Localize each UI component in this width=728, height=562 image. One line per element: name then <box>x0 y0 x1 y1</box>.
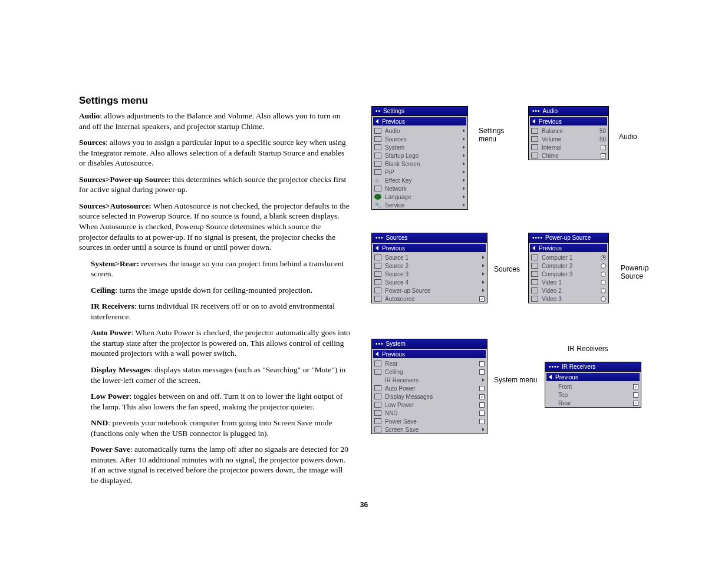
checkbox[interactable] <box>479 369 485 375</box>
menu-item[interactable]: Audio <box>372 127 467 135</box>
menu-item[interactable]: Power-up Source <box>372 286 487 295</box>
menu-item[interactable]: Balance50 <box>529 127 608 135</box>
menu-item[interactable]: Blank Screen <box>372 160 467 168</box>
previous-item[interactable]: Previous <box>373 117 466 125</box>
arrow-icon <box>463 203 465 207</box>
page-title: Settings menu <box>79 94 350 107</box>
system-menu-panel: •••System Previous Rear Ceiling IR Recei… <box>371 339 487 434</box>
top-icon <box>548 392 555 398</box>
video-icon <box>531 279 538 285</box>
menu-item[interactable]: 🔧Service <box>372 201 467 209</box>
menu-item[interactable]: Chime✓ <box>529 151 608 160</box>
menu-item[interactable]: Internal✓ <box>529 143 608 151</box>
radio[interactable] <box>601 272 606 277</box>
previous-item[interactable]: Previous <box>373 244 486 252</box>
menu-item[interactable]: ☆Effect Key <box>372 176 467 184</box>
arrow-icon <box>463 146 465 149</box>
checkbox[interactable]: ✓ <box>601 145 606 150</box>
checkbox[interactable]: ✓ <box>633 384 638 389</box>
video-icon <box>531 296 538 302</box>
arrow-icon <box>482 256 485 259</box>
menu-item[interactable]: Source 2 <box>372 262 487 270</box>
menu-item[interactable]: Source 4 <box>372 278 487 286</box>
menu-item[interactable]: NND <box>372 409 487 417</box>
radio[interactable] <box>601 288 606 293</box>
menu-title: •••Audio <box>529 107 608 116</box>
checkbox[interactable]: ✓ <box>479 394 485 399</box>
checkbox[interactable] <box>633 392 638 398</box>
menu-item[interactable]: Computer 2 <box>529 262 608 270</box>
arrow-icon <box>482 378 485 382</box>
left-arrow-icon <box>532 119 535 124</box>
previous-item[interactable]: Previous <box>530 117 607 125</box>
menu-item[interactable]: Computer 3 <box>529 270 608 278</box>
caption-sources: Sources <box>494 265 520 273</box>
menu-item[interactable]: Source 1 <box>372 253 487 262</box>
sources-menu-panel: •••Sources Previous Source 1 Source 2 So… <box>371 233 487 303</box>
menu-item[interactable]: Language <box>372 193 467 201</box>
menu-item[interactable]: Ceiling <box>372 368 487 376</box>
caption-ir: IR Receivers <box>568 345 608 353</box>
messages-icon <box>374 394 381 399</box>
menu-item[interactable]: Volume50 <box>529 135 608 143</box>
menu-item[interactable]: Video 1 <box>529 278 608 286</box>
menu-item[interactable]: Low Power <box>372 401 487 409</box>
arrow-icon <box>482 272 485 276</box>
menu-item[interactable]: Display Messages✓ <box>372 392 487 401</box>
arrow-icon <box>482 280 485 284</box>
nnd-icon <box>374 410 381 416</box>
menu-item[interactable]: Sources <box>372 135 467 143</box>
caption-audio: Audio <box>619 133 637 141</box>
menu-item[interactable]: Rear✓ <box>545 399 641 407</box>
menu-item[interactable]: Video 3 <box>529 295 608 303</box>
menu-item[interactable]: PiP <box>372 168 467 176</box>
previous-item[interactable]: Previous <box>373 350 486 358</box>
checkbox[interactable] <box>479 386 485 391</box>
menu-item[interactable]: Source 3 <box>372 270 487 278</box>
checkbox[interactable]: ✓ <box>479 296 485 302</box>
chime-icon <box>531 153 538 158</box>
pip-icon <box>374 169 381 175</box>
caption-system: System menu <box>494 376 537 384</box>
lowpower-icon <box>374 402 381 408</box>
menu-item[interactable]: Network <box>372 184 467 193</box>
powersave-icon <box>374 418 381 424</box>
checkbox[interactable] <box>479 361 485 366</box>
settings-menu-panel: ••Settings Previous Audio Sources System… <box>371 106 468 210</box>
menu-item[interactable]: Computer 1 <box>529 253 608 262</box>
menu-item[interactable]: Startup Logo <box>372 151 467 160</box>
system-icon <box>374 144 381 150</box>
menu-item[interactable]: Video 2 <box>529 286 608 295</box>
arrow-icon <box>463 178 465 182</box>
blank-icon <box>374 161 381 167</box>
autosource-icon <box>374 296 381 302</box>
menu-item[interactable]: Auto Power <box>372 384 487 392</box>
logo-icon <box>374 153 381 158</box>
checkbox[interactable] <box>479 402 485 408</box>
menu-item[interactable]: IR Receivers <box>372 376 487 384</box>
previous-item[interactable]: Previous <box>546 373 640 381</box>
menu-item[interactable]: Top <box>545 391 641 399</box>
checkbox[interactable] <box>479 419 485 424</box>
radio[interactable] <box>601 255 606 260</box>
menu-item[interactable]: Front✓ <box>545 382 641 391</box>
menu-item[interactable]: Power Save <box>372 417 487 425</box>
menu-item[interactable]: Rear <box>372 359 487 368</box>
powerup-menu-panel: ••••Power-up Source Previous Computer 1 … <box>528 233 609 303</box>
checkbox[interactable] <box>479 411 485 416</box>
powerup-icon <box>374 287 381 293</box>
menu-item[interactable]: Autosource✓ <box>372 295 487 303</box>
checkbox[interactable]: ✓ <box>633 401 638 406</box>
screensave-icon <box>374 427 381 432</box>
previous-item[interactable]: Previous <box>530 244 607 252</box>
left-arrow-icon <box>375 352 378 356</box>
radio[interactable] <box>601 263 606 269</box>
menu-title: •••System <box>372 339 487 349</box>
menu-item[interactable]: Screen Save <box>372 425 487 434</box>
checkbox[interactable]: ✓ <box>601 153 606 158</box>
menu-item[interactable]: System <box>372 143 467 151</box>
autopower-icon <box>374 385 381 391</box>
radio[interactable] <box>601 280 606 285</box>
radio[interactable] <box>601 296 606 302</box>
arrow-icon <box>463 170 465 174</box>
